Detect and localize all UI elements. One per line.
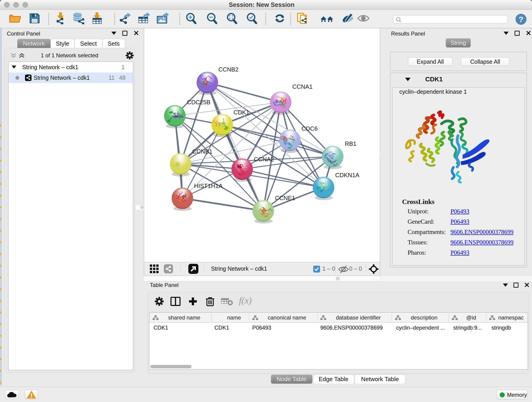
svg-text:CCNA1: CCNA1	[292, 83, 312, 90]
svg-text:CDC6: CDC6	[302, 125, 318, 132]
svg-text:CCNB2: CCNB2	[218, 66, 239, 73]
svg-text:CDKN1A: CDKN1A	[335, 172, 360, 179]
svg-text:CDK1: CDK1	[234, 109, 249, 116]
svg-text:CCNB1: CCNB1	[192, 148, 212, 155]
svg-text:RB1: RB1	[345, 140, 356, 147]
svg-text:CDC25B: CDC25B	[187, 99, 210, 106]
svg-text:CCNA2: CCNA2	[254, 156, 274, 163]
svg-text:CCNE1: CCNE1	[275, 195, 295, 201]
svg-text:HIST1H1A: HIST1H1A	[194, 182, 223, 189]
svg-text:?: ?	[519, 15, 524, 24]
